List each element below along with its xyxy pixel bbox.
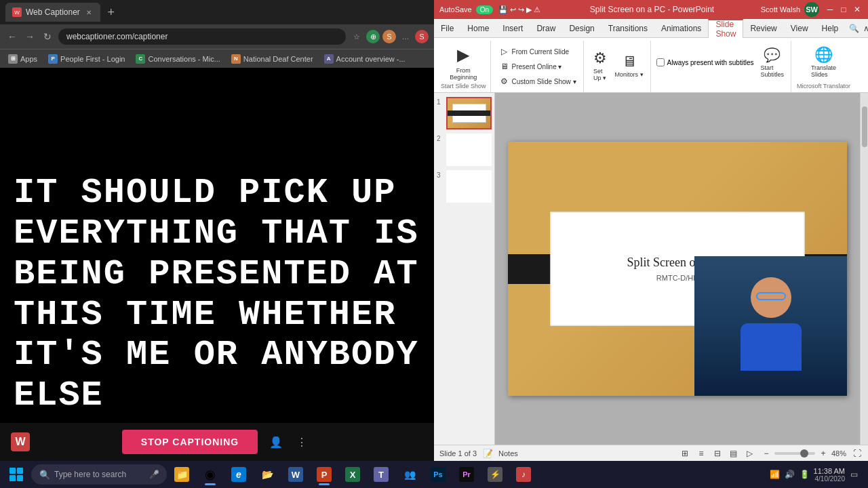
- taskbar-app-excel[interactable]: X: [339, 462, 366, 487]
- fit-to-window-icon[interactable]: ⛶: [852, 448, 863, 459]
- bookmark-people-login[interactable]: P People First - Login: [45, 53, 127, 65]
- zoom-out-icon[interactable]: −: [761, 448, 772, 459]
- ribbon-from-beginning-btns: ▶ FromBeginning: [447, 42, 479, 83]
- bookmarks-bar: ⊞ Apps P People First - Login C Conversa…: [0, 49, 434, 68]
- tab-home[interactable]: Home: [460, 19, 496, 37]
- bookmark-apps[interactable]: ⊞ Apps: [5, 53, 40, 65]
- zoom-slider[interactable]: [774, 452, 815, 455]
- close-button[interactable]: ✕: [852, 4, 863, 15]
- bookmark-account[interactable]: A Account overview -...: [321, 53, 408, 65]
- ppt-ribbon: File Home Insert Draw Design Transitions…: [434, 19, 868, 93]
- network-icon[interactable]: 📶: [769, 468, 781, 481]
- taskbar-app-misc1[interactable]: ⚡: [481, 462, 509, 487]
- main-slide[interactable]: Split Screen on a PC RMTC-D/HH: [508, 142, 847, 396]
- profile-icon[interactable]: S: [382, 30, 396, 43]
- taskbar-app-powerpoint[interactable]: P: [311, 462, 338, 487]
- slide-thumb-1[interactable]: 1 Split Screen on a PC RMTC-D/HH: [437, 97, 492, 129]
- minimize-button[interactable]: ─: [825, 4, 835, 15]
- tab-file[interactable]: File: [434, 19, 460, 37]
- set-up-button[interactable]: ⚙ SetUp ▾: [589, 48, 611, 83]
- autosave-area: AutoSave On: [439, 5, 493, 14]
- zoom-in-icon[interactable]: +: [818, 448, 829, 459]
- tab-insert[interactable]: Insert: [496, 19, 530, 37]
- win-logo-tl: [9, 468, 16, 474]
- url-input[interactable]: [58, 28, 346, 45]
- tab-design[interactable]: Design: [562, 19, 601, 37]
- new-tab-button[interactable]: +: [103, 4, 119, 20]
- slide-thumb-3[interactable]: 3: [437, 170, 492, 203]
- view-normal-icon[interactable]: ⊞: [679, 448, 690, 459]
- taskbar-app-word[interactable]: W: [282, 462, 309, 487]
- view-reading-icon[interactable]: ▤: [728, 448, 739, 459]
- vertical-scrollbar[interactable]: [860, 93, 868, 445]
- maximize-button[interactable]: □: [838, 4, 849, 15]
- from-current-slide-btn[interactable]: ▷ From Current Slide: [496, 45, 579, 58]
- taskbar-app-file-manager[interactable]: 📂: [254, 462, 281, 487]
- tab-review[interactable]: Review: [743, 19, 783, 37]
- user-circle-icon[interactable]: 👤: [266, 432, 286, 452]
- view-slide-sorter-icon[interactable]: ⊟: [712, 448, 723, 459]
- back-button[interactable]: ←: [5, 30, 19, 43]
- taskbar-app-photoshop[interactable]: Ps: [425, 462, 452, 487]
- user-avatar-icon[interactable]: S: [415, 30, 429, 43]
- tab-draw[interactable]: Draw: [530, 19, 562, 37]
- taskbar-app-teams[interactable]: T: [368, 462, 395, 487]
- from-beginning-button[interactable]: ▶ FromBeginning: [447, 42, 479, 83]
- tab-animations[interactable]: Animations: [654, 19, 708, 37]
- volume-icon[interactable]: 🔊: [784, 468, 796, 481]
- forward-button[interactable]: →: [23, 30, 37, 43]
- apps-favicon: ⊞: [8, 54, 18, 64]
- bookmark-star-icon[interactable]: ☆: [350, 30, 363, 43]
- search-bar-text: Type here to search: [54, 470, 126, 479]
- custom-slide-show-btn[interactable]: ⚙ Custom Slide Show ▾: [496, 75, 579, 88]
- refresh-button[interactable]: ↻: [41, 30, 54, 43]
- tab-view[interactable]: View: [784, 19, 815, 37]
- view-presenter-icon[interactable]: ▷: [745, 448, 755, 459]
- taskbar-app-file-explorer[interactable]: 📁: [168, 462, 195, 487]
- translate-slides-button[interactable]: 🌐 TranslateSlides: [808, 45, 839, 80]
- mic-icon[interactable]: 🎤: [149, 470, 159, 479]
- tab-close-btn[interactable]: ✕: [84, 7, 94, 17]
- bookmark-national-deaf[interactable]: N National Deaf Center: [229, 53, 316, 65]
- extensions-icon[interactable]: ⊕: [366, 30, 380, 43]
- browser-tab[interactable]: W Web Captioner ✕: [5, 3, 100, 22]
- autosave-toggle[interactable]: On: [476, 5, 493, 14]
- taskbar-search-bar[interactable]: 🔍 Type here to search 🎤: [31, 464, 167, 485]
- bookmark-conversations[interactable]: C Conversations - Mic...: [133, 53, 222, 65]
- always-present-checkbox[interactable]: [656, 58, 665, 66]
- always-present-row: Always present with subtitles: [656, 58, 754, 66]
- slide-thumb-2[interactable]: 2: [437, 134, 492, 166]
- slide-num-1: 1: [437, 98, 443, 106]
- show-desktop-icon[interactable]: ▭: [848, 468, 860, 481]
- clock[interactable]: 11:38 AM 4/10/2020: [814, 467, 845, 483]
- edge-icon: e: [231, 467, 246, 482]
- word-icon: W: [288, 467, 303, 482]
- view-outline-icon[interactable]: ≡: [696, 448, 707, 459]
- scrollbar-thumb[interactable]: [862, 106, 867, 147]
- ribbon-minimize-icon[interactable]: ∧: [863, 24, 868, 33]
- slide-preview-1[interactable]: Split Screen on a PC RMTC-D/HH: [446, 97, 492, 129]
- battery-icon[interactable]: 🔋: [799, 468, 811, 481]
- present-online-btn[interactable]: 🖥 Present Online ▾: [496, 60, 579, 73]
- taskbar-app-edge[interactable]: e: [225, 462, 252, 487]
- notes-icon[interactable]: 📝: [482, 448, 493, 459]
- captioner-action-icons: 👤 ⋮: [266, 432, 312, 452]
- taskbar-app-chrome[interactable]: ◉: [197, 462, 224, 487]
- taskbar-app-misc2[interactable]: ♪: [510, 462, 537, 487]
- more-options-icon[interactable]: ⋮: [292, 432, 312, 452]
- start-button[interactable]: [3, 462, 30, 487]
- start-subtitles-button[interactable]: 💬 StartSubtitles: [757, 45, 787, 80]
- win-logo-tr: [17, 468, 23, 474]
- tab-help[interactable]: Help: [815, 19, 846, 37]
- stop-captioning-button[interactable]: STOP CAPTIONING: [122, 430, 258, 454]
- slide-preview-3[interactable]: [446, 170, 492, 203]
- settings-icon[interactable]: …: [399, 30, 412, 43]
- ribbon-search-icon[interactable]: 🔍: [849, 24, 859, 33]
- taskbar-app-people[interactable]: 👥: [396, 462, 423, 487]
- monitors-button[interactable]: 🖥 Monitors ▾: [612, 52, 646, 80]
- slide-preview-2[interactable]: [446, 134, 492, 166]
- taskbar-app-premiere[interactable]: Pr: [453, 462, 480, 487]
- notes-label[interactable]: Notes: [498, 449, 518, 458]
- tab-transitions[interactable]: Transitions: [601, 19, 654, 37]
- tab-slide-show[interactable]: Slide Show: [708, 19, 743, 38]
